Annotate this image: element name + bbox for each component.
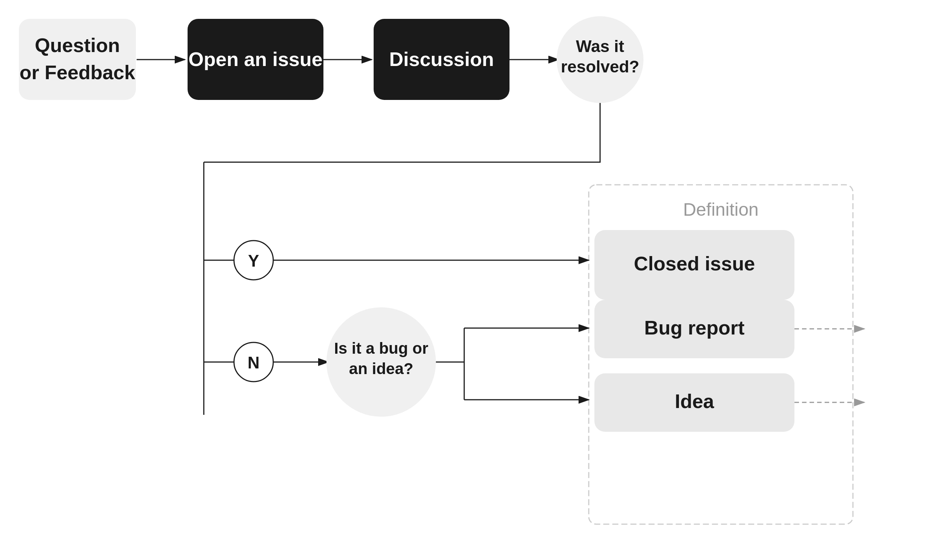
question-label-line1: Question: [35, 34, 120, 56]
diagram-container: Question or Feedback Open an issue Discu…: [0, 0, 942, 560]
discussion-label: Discussion: [389, 48, 493, 70]
n-label: N: [248, 353, 260, 372]
y-label: Y: [248, 252, 259, 270]
is-bug-line2: an idea?: [349, 360, 413, 377]
bug-report-label: Bug report: [644, 317, 745, 338]
closed-issue-label: Closed issue: [634, 253, 755, 275]
was-resolved-line1: Was it: [576, 37, 624, 55]
question-node: [19, 19, 136, 100]
open-issue-label: Open an issue: [188, 48, 322, 70]
idea-label: Idea: [675, 390, 714, 412]
question-label-line2: or Feedback: [20, 62, 135, 83]
definition-label: Definition: [683, 200, 759, 220]
resolved-down-path: [204, 103, 600, 162]
was-resolved-line2: resolved?: [561, 57, 639, 76]
branch-from-is-bug: [436, 328, 464, 400]
is-bug-line1: Is it a bug or: [334, 339, 429, 357]
